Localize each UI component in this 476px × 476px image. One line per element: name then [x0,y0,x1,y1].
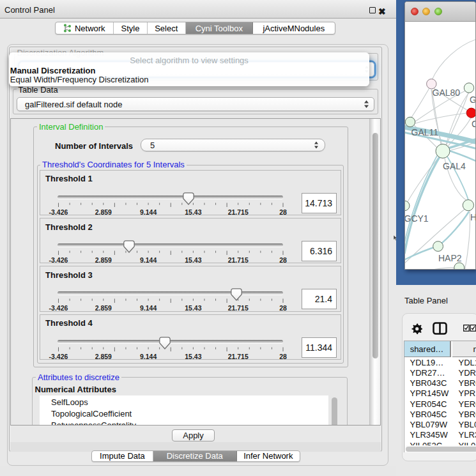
svg-text:GAL4: GAL4 [443,161,466,171]
svg-text:GAL80: GAL80 [433,88,461,98]
svg-text:C: C [472,119,475,129]
svg-text:H: H [470,212,475,222]
svg-text:GAL11: GAL11 [411,127,439,137]
svg-text:HAP2: HAP2 [438,253,462,263]
svg-text:GCY1: GCY1 [405,213,429,224]
svg-text:GA: GA [470,95,475,105]
